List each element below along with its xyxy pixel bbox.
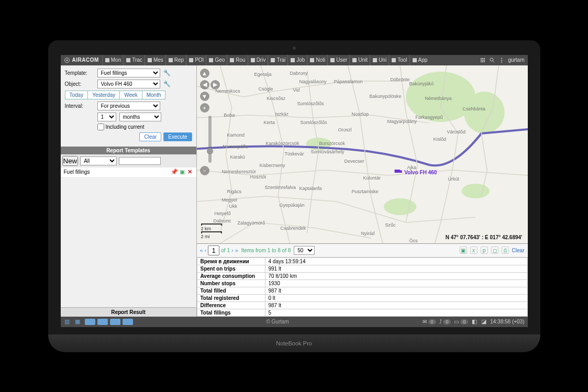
top-tab[interactable]: Driv	[248, 55, 268, 65]
including-current-label: Including current	[106, 124, 145, 130]
table-row: Время в движении4 days 13:59:14	[197, 257, 527, 265]
template-search-input[interactable]	[119, 157, 161, 165]
interval-unit-select[interactable]: months	[119, 113, 161, 121]
map-place-label: Gyepükaján	[280, 203, 305, 208]
map-place-label: Vid	[293, 87, 300, 93]
sidebar: Template: Fuel fillings 🔧 Object: Volvo …	[61, 65, 197, 317]
map-place-label: Kamond	[227, 132, 245, 138]
top-tab[interactable]: Rou	[227, 55, 247, 65]
svg-rect-2	[105, 58, 109, 62]
layout-icon[interactable]: ▥	[64, 319, 70, 325]
map-scale: 2 km 2 mi	[201, 223, 222, 239]
page-size-select[interactable]: 50	[294, 246, 315, 255]
template-label: Template:	[65, 70, 94, 76]
map-north-icon[interactable]: ▲	[200, 69, 209, 78]
vehicle-state-icon[interactable]	[123, 319, 133, 325]
interval-value-select[interactable]: 1	[97, 113, 116, 121]
delete-icon[interactable]: ✕	[187, 169, 193, 175]
pager-prev-icon[interactable]: ‹	[205, 247, 207, 253]
map-zoom-in-icon[interactable]: +	[200, 103, 209, 113]
top-tab[interactable]: App	[409, 55, 430, 65]
map-place-label: Nemespálfa	[223, 144, 248, 149]
status-badge: ⤴ 0	[439, 319, 451, 324]
copy-icon[interactable]: ▣	[179, 169, 185, 175]
top-tab[interactable]: Unit	[349, 55, 370, 65]
top-tab[interactable]: Mes	[145, 55, 165, 65]
time-tab[interactable]: Today	[65, 91, 88, 99]
export-image-icon[interactable]: ▣	[460, 247, 467, 254]
pager-next-icon[interactable]: ›	[231, 247, 234, 253]
logout-icon[interactable]: ◪	[481, 319, 487, 325]
vehicle-state-icon[interactable]	[110, 319, 120, 325]
top-tab[interactable]: Rep	[165, 55, 186, 65]
map-place-label: Tüskevár	[285, 151, 304, 156]
vehicle-state-icon[interactable]	[85, 319, 95, 325]
top-tab[interactable]: Tool	[389, 55, 409, 65]
execute-button[interactable]: Execute	[163, 132, 192, 141]
export-window-icon[interactable]: ◻	[491, 247, 498, 254]
pin-icon[interactable]: 📌	[171, 169, 177, 175]
map-place-label: Szentimrefalva	[265, 185, 296, 190]
svg-rect-9	[251, 58, 255, 62]
pager-last-icon[interactable]: »	[235, 247, 238, 253]
map-place-label: Városlőd	[447, 129, 466, 135]
top-tab[interactable]: Noti	[307, 55, 327, 65]
export-pdf-icon[interactable]: p	[481, 247, 488, 254]
map-place-label: Borszörcsök	[319, 141, 346, 146]
top-tab[interactable]: Uni	[370, 55, 389, 65]
map-back-icon[interactable]: ◀	[200, 80, 209, 89]
grid-icon[interactable]: ▦	[74, 319, 81, 325]
template-select[interactable]: Fuel fillings	[97, 69, 160, 77]
wrench-icon[interactable]: 🔧	[163, 70, 171, 76]
map-unit-label: Volvo FH 460	[404, 170, 437, 175]
time-tab[interactable]: Yesterday	[88, 91, 120, 99]
template-filter-select[interactable]: All	[80, 156, 117, 165]
top-tab[interactable]: POI	[186, 55, 206, 65]
pager-first-icon[interactable]: «	[200, 247, 203, 253]
svg-point-21	[501, 61, 502, 62]
more-icon[interactable]	[498, 57, 505, 63]
map-fwd-icon[interactable]: ▶	[210, 80, 220, 89]
interval-mode-select[interactable]: For previous	[97, 102, 160, 110]
map-place-label: Zalagyömörő	[238, 220, 265, 226]
table-row: Average consumption70 lt/100 km	[197, 272, 527, 279]
map-place-label: Öcs	[409, 238, 418, 243]
map-place-label: Bakonypölöske	[370, 94, 402, 99]
svg-rect-4	[148, 58, 152, 62]
clear-results-link[interactable]: Clear	[512, 248, 525, 253]
object-select[interactable]: Volvo FH 460	[97, 80, 160, 88]
sound-icon[interactable]: ◧	[471, 319, 478, 325]
map-place-label: Döbrönte	[391, 77, 410, 82]
top-tab[interactable]: Trac	[123, 55, 145, 65]
top-tab[interactable]: Geo	[206, 55, 227, 65]
clear-button[interactable]: Clear	[139, 132, 161, 141]
top-tab[interactable]: Trai	[268, 55, 287, 65]
user-name[interactable]: gurtam	[508, 57, 524, 63]
top-tab[interactable]: Mon	[102, 55, 123, 65]
map-center-icon[interactable]: ▼	[200, 92, 209, 101]
time-tab[interactable]: Month	[142, 91, 166, 99]
map-place-label: Dabrony	[290, 71, 308, 76]
apps-icon[interactable]	[480, 57, 486, 63]
search-icon[interactable]	[489, 57, 495, 63]
object-label: Object:	[65, 81, 94, 87]
print-icon[interactable]: ⎙	[502, 247, 509, 254]
time-tab[interactable]: Week	[120, 91, 142, 99]
map-zoom-out-icon[interactable]: −	[200, 166, 209, 175]
template-list-item[interactable]: Fuel fillings 📌 ▣ ✕	[61, 167, 196, 177]
map[interactable]: EgeraljaDabronyNagyalásonyPápasalamonDöb…	[197, 65, 528, 244]
wrench-icon[interactable]: 🔧	[163, 81, 171, 87]
topbar: AIRACOM MonTracMesRepPOIGeoRouDrivTraiJo…	[61, 55, 528, 65]
svg-rect-7	[209, 58, 213, 62]
map-zoom-slider[interactable]	[208, 116, 212, 163]
svg-rect-14	[352, 58, 357, 62]
map-place-label: Pápasalamon	[334, 79, 363, 84]
top-tab[interactable]: User	[327, 55, 349, 65]
including-current-checkbox[interactable]	[97, 124, 104, 130]
top-tab[interactable]: Job	[287, 55, 307, 65]
vehicle-state-icon[interactable]	[97, 319, 108, 325]
pager-page-input[interactable]	[208, 245, 219, 255]
new-template-button[interactable]: New	[62, 156, 79, 166]
export-excel-icon[interactable]: x	[470, 247, 478, 254]
map-unit-marker[interactable]: Volvo FH 460	[394, 168, 437, 175]
